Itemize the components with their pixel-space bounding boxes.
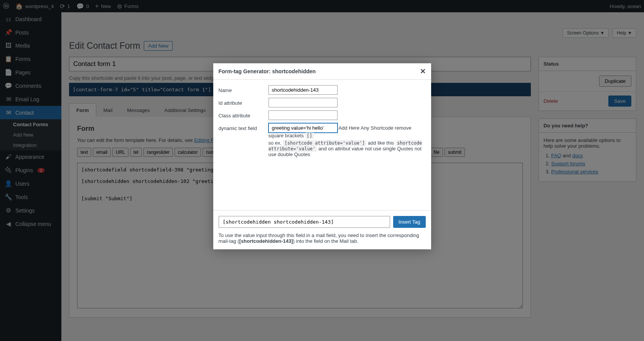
row-dynamic: dynamic text field Add Here Any Shortcod… <box>219 123 426 157</box>
modal-close-button[interactable]: ✕ <box>420 67 426 76</box>
modal-footer: Insert Tag To use the value input throug… <box>213 210 431 249</box>
form-tag-modal: Form-tag Generator: shortcodehidden ✕ Na… <box>213 63 431 249</box>
modal-body: Name Id attribute Class attribute dynami… <box>213 80 431 210</box>
modal-footer-row: Insert Tag <box>219 216 426 228</box>
name-label: Name <box>219 85 268 93</box>
dynamic-label: dynamic text field <box>219 123 268 131</box>
class-label: Class attribute <box>219 110 268 119</box>
output-field[interactable] <box>219 216 390 228</box>
dynamic-input[interactable] <box>268 123 338 133</box>
id-input[interactable] <box>268 98 338 107</box>
ex-code1: [shortcode attribute='value'] <box>283 140 367 146</box>
insert-tag-button[interactable]: Insert Tag <box>393 216 426 228</box>
row-name: Name <box>219 85 426 95</box>
modal-header: Form-tag Generator: shortcodehidden ✕ <box>213 63 431 80</box>
modal-help-text: To use the value input through this fiel… <box>219 232 426 244</box>
mail-tag: [shortcodehidden-143] <box>239 238 293 244</box>
row-id: Id attribute <box>219 98 426 107</box>
modal-title: Form-tag Generator: shortcodehidden <box>219 68 316 74</box>
dynamic-example: so ex. [shortcode attribute='value'] add… <box>268 140 426 157</box>
class-input[interactable] <box>268 110 338 120</box>
name-input[interactable] <box>268 85 338 95</box>
id-label: Id attribute <box>219 98 268 106</box>
brackets-code: [] <box>305 133 314 139</box>
row-class: Class attribute <box>219 110 426 120</box>
